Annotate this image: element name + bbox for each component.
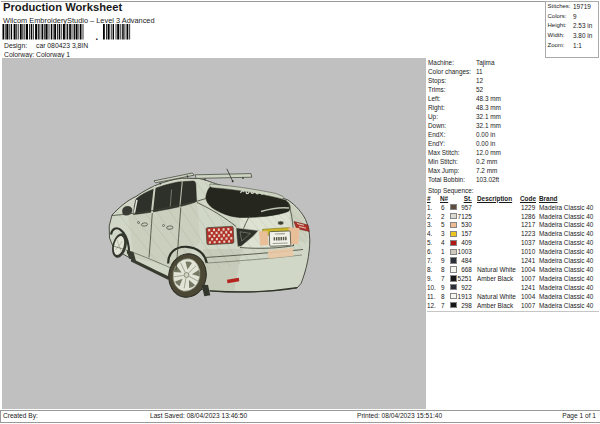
- svg-text:,: ,: [96, 32, 99, 41]
